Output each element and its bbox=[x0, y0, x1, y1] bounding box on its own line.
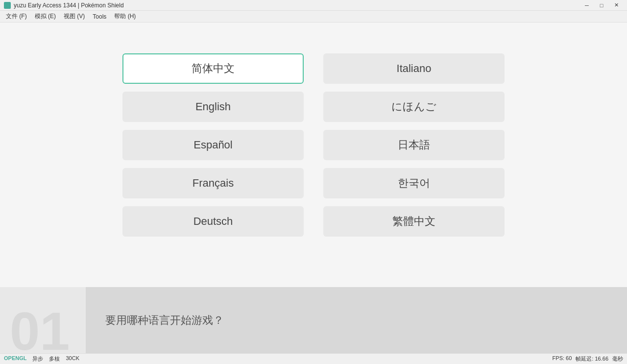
language-button-simplified-chinese[interactable]: 简体中文 bbox=[122, 53, 304, 84]
status-right: FPS: 60 帧延迟: 16.66 毫秒 bbox=[553, 355, 623, 363]
status-left: OPENGL 异步 多核 30CK bbox=[4, 355, 79, 363]
language-button-deutsch[interactable]: Deutsch bbox=[122, 206, 304, 237]
language-grid: 简体中文 Italiano English にほんご Español 日本語 F… bbox=[122, 53, 505, 237]
title-bar-controls: ─ □ ✕ bbox=[580, 0, 623, 10]
language-button-traditional-chinese[interactable]: 繁體中文 bbox=[323, 206, 505, 237]
language-button-francais[interactable]: Français bbox=[122, 168, 304, 198]
language-button-italiano[interactable]: Italiano bbox=[323, 53, 505, 84]
title-bar: yuzu Early Access 1344 | Pokémon Shield … bbox=[0, 0, 627, 11]
status-fps: FPS: 60 bbox=[553, 355, 572, 363]
status-multicore: 多核 bbox=[49, 355, 60, 363]
minimize-button[interactable]: ─ bbox=[580, 0, 594, 10]
bottom-panel: 01 要用哪种语言开始游戏？ bbox=[0, 287, 627, 353]
language-button-english[interactable]: English bbox=[122, 92, 304, 122]
status-bar: OPENGL 异步 多核 30CK FPS: 60 帧延迟: 16.66 毫秒 bbox=[0, 353, 627, 364]
main-content: 简体中文 Italiano English にほんご Español 日本語 F… bbox=[0, 23, 627, 287]
language-button-nihongo[interactable]: にほんご bbox=[323, 92, 505, 122]
language-button-japanese[interactable]: 日本語 bbox=[323, 130, 505, 160]
status-opengl: OPENGL bbox=[4, 355, 26, 363]
close-button[interactable]: ✕ bbox=[609, 0, 623, 10]
status-frame: 帧延迟: 16.66 bbox=[576, 355, 608, 363]
status-ms: 毫秒 bbox=[612, 355, 623, 363]
status-dock: 30CK bbox=[66, 355, 79, 363]
language-button-korean[interactable]: 한국어 bbox=[323, 168, 505, 198]
bottom-text-area: 要用哪种语言开始游戏？ bbox=[86, 287, 627, 353]
app-icon bbox=[4, 2, 11, 9]
menu-help[interactable]: 帮助 (H) bbox=[110, 11, 140, 22]
menu-view[interactable]: 视图 (V) bbox=[60, 11, 89, 22]
menu-tools[interactable]: Tools bbox=[89, 12, 110, 21]
language-prompt: 要用哪种语言开始游戏？ bbox=[105, 313, 224, 328]
status-sync: 异步 bbox=[32, 355, 43, 363]
window-title: yuzu Early Access 1344 | Pokémon Shield bbox=[14, 2, 124, 9]
watermark: 01 bbox=[10, 304, 70, 353]
language-button-espanol[interactable]: Español bbox=[122, 130, 304, 160]
title-bar-left: yuzu Early Access 1344 | Pokémon Shield bbox=[4, 2, 124, 9]
maximize-button[interactable]: □ bbox=[595, 0, 608, 10]
menu-bar: 文件 (F) 模拟 (E) 视图 (V) Tools 帮助 (H) bbox=[0, 11, 627, 23]
menu-file[interactable]: 文件 (F) bbox=[2, 11, 31, 22]
menu-emulation[interactable]: 模拟 (E) bbox=[31, 11, 60, 22]
